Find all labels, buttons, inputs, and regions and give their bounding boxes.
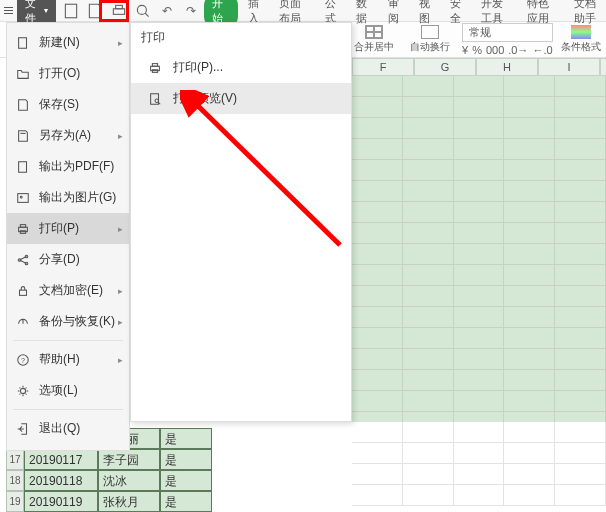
chevron-right-icon: ▸	[118, 286, 123, 296]
chevron-right-icon: ▸	[118, 317, 123, 327]
submenu-preview-label: 打印预览(V)	[173, 90, 237, 107]
cell[interactable]: 张秋月	[98, 491, 160, 512]
grid-area[interactable]: document.write(Array.from({length:17}).m…	[352, 76, 606, 424]
menu-new-label: 新建(N)	[39, 34, 80, 51]
menu-help[interactable]: ? 帮助(H) ▸	[7, 344, 129, 375]
submenu-preview[interactable]: 打印预览(V)	[131, 83, 351, 114]
table-row[interactable]: 17 20190117 李子园 是	[6, 449, 212, 470]
menu-image-label: 输出为图片(G)	[39, 189, 116, 206]
preview-icon[interactable]	[134, 2, 152, 20]
inc-decimal-icon[interactable]: .0→	[508, 44, 528, 56]
cell[interactable]: 20190119	[24, 491, 98, 512]
gear-icon	[15, 384, 31, 398]
svg-text:?: ?	[21, 356, 25, 363]
svg-point-7	[20, 196, 22, 198]
wrap-label: 自动换行	[410, 40, 450, 54]
help-icon: ?	[15, 353, 31, 367]
conditional-format-button[interactable]: 条件格式	[561, 25, 601, 54]
menu-backup[interactable]: 备份与恢复(K) ▸	[7, 306, 129, 337]
menu-saveas[interactable]: 另存为(A) ▸	[7, 120, 129, 151]
menu-options-label: 选项(L)	[39, 382, 78, 399]
cell[interactable]: 李子园	[98, 449, 160, 470]
menu-save[interactable]: 保存(S)	[7, 89, 129, 120]
menu-encrypt[interactable]: 文档加密(E) ▸	[7, 275, 129, 306]
menu-pdf-label: 输出为PDF(F)	[39, 158, 114, 175]
col-header[interactable]: I	[538, 58, 600, 76]
chevron-right-icon: ▸	[118, 38, 123, 48]
new-icon[interactable]	[62, 2, 80, 20]
cell[interactable]: 是	[160, 428, 212, 449]
svg-rect-6	[18, 193, 29, 202]
number-format-select[interactable]: 常规	[462, 23, 553, 42]
dec-decimal-icon[interactable]: ←.0	[532, 44, 552, 56]
table-row[interactable]: 19 20190119 张秋月 是	[6, 491, 212, 512]
empty-grid[interactable]	[352, 422, 606, 512]
currency-icon[interactable]: ¥	[462, 44, 468, 56]
cell[interactable]: 是	[160, 491, 212, 512]
separator	[13, 340, 123, 341]
lock-icon	[15, 284, 31, 298]
menu-options[interactable]: 选项(L)	[7, 375, 129, 406]
menu-pdf[interactable]: 输出为PDF(F)	[7, 151, 129, 182]
folder-icon	[15, 67, 31, 81]
share-icon	[15, 253, 31, 267]
menu-exit[interactable]: 退出(Q)	[7, 413, 129, 444]
cell[interactable]: 沈冰	[98, 470, 160, 491]
menu-open[interactable]: 打开(O)	[7, 58, 129, 89]
print-submenu: 打印 打印(P)... 打印预览(V)	[130, 22, 352, 422]
printer-icon	[147, 60, 163, 76]
menu-open-label: 打开(O)	[39, 65, 80, 82]
merge-icon	[365, 25, 383, 39]
menu-share[interactable]: 分享(D)	[7, 244, 129, 275]
svg-rect-14	[20, 290, 27, 295]
percent-icon[interactable]: %	[472, 44, 482, 56]
menu-print[interactable]: 打印(P) ▸	[7, 213, 129, 244]
svg-point-22	[155, 99, 159, 103]
col-header[interactable]: F	[352, 58, 414, 76]
submenu-print[interactable]: 打印(P)...	[131, 52, 351, 83]
col-header[interactable]: J	[600, 58, 606, 76]
comma-icon[interactable]: 000	[486, 44, 504, 56]
col-header[interactable]: G	[414, 58, 476, 76]
hamburger-icon[interactable]	[2, 3, 15, 19]
svg-rect-19	[152, 63, 157, 66]
cell[interactable]: 20190117	[24, 449, 98, 470]
highlight-annotation	[99, 0, 129, 22]
image-icon	[15, 191, 31, 205]
wrap-text-button[interactable]: 自动换行	[406, 23, 454, 56]
backup-icon	[15, 315, 31, 329]
save-icon	[15, 98, 31, 112]
menu-print-label: 打印(P)	[39, 220, 79, 237]
svg-rect-9	[20, 224, 25, 227]
table-row[interactable]: 18 20190118 沈冰 是	[6, 470, 212, 491]
wrap-icon	[421, 25, 439, 39]
submenu-print-label: 打印(P)...	[173, 59, 223, 76]
submenu-title: 打印	[131, 23, 351, 52]
row-header[interactable]: 17	[6, 449, 24, 470]
menu-exit-label: 退出(Q)	[39, 420, 80, 437]
cell[interactable]: 20190118	[24, 470, 98, 491]
merge-label: 合并居中	[354, 40, 394, 54]
menu-share-label: 分享(D)	[39, 251, 80, 268]
svg-point-3	[138, 5, 147, 14]
menu-saveas-label: 另存为(A)	[39, 127, 91, 144]
exit-icon	[15, 422, 31, 436]
merge-center-button[interactable]: 合并居中	[350, 23, 398, 56]
menu-backup-label: 备份与恢复(K)	[39, 313, 115, 330]
menu-image[interactable]: 输出为图片(G)	[7, 182, 129, 213]
menu-help-label: 帮助(H)	[39, 351, 80, 368]
saveas-icon	[15, 129, 31, 143]
menu-encrypt-label: 文档加密(E)	[39, 282, 103, 299]
row-header[interactable]: 18	[6, 470, 24, 491]
cell[interactable]: 是	[160, 470, 212, 491]
redo-icon[interactable]: ↷	[182, 2, 200, 20]
menu-save-label: 保存(S)	[39, 96, 79, 113]
undo-icon[interactable]: ↶	[158, 2, 176, 20]
col-header[interactable]: H	[476, 58, 538, 76]
menu-new[interactable]: 新建(N) ▸	[7, 27, 129, 58]
row-header[interactable]: 19	[6, 491, 24, 512]
condfmt-label: 条件格式	[561, 40, 601, 54]
chevron-right-icon: ▸	[118, 355, 123, 365]
svg-rect-5	[19, 161, 27, 172]
cell[interactable]: 是	[160, 449, 212, 470]
